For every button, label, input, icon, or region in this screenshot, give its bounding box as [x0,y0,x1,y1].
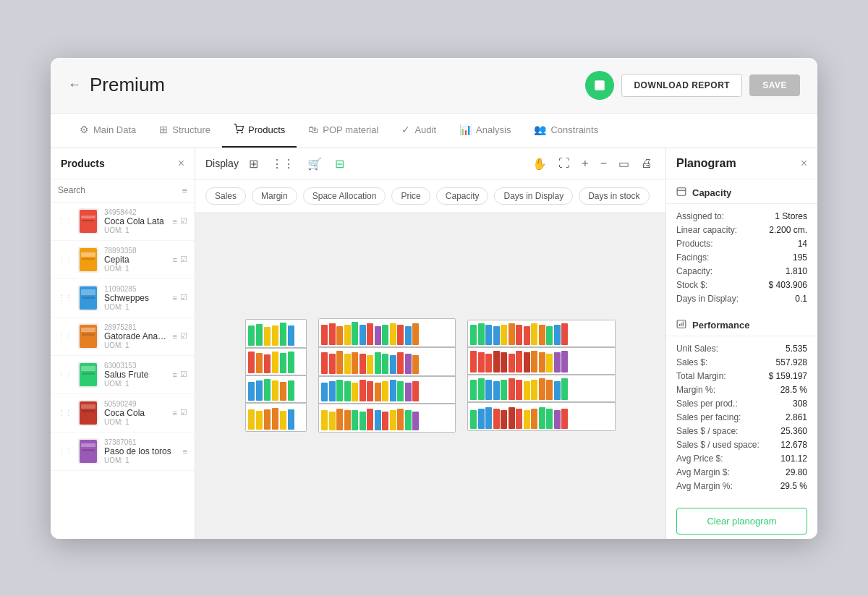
product-thumb [78,362,98,388]
display-tools-left: Display ⊞ ⋮⋮ 🛒 ⊟ [205,156,347,172]
product-actions: ≡ ☑ [173,216,187,226]
product-thumb [78,285,98,311]
svg-rect-22 [81,443,95,447]
svg-rect-19 [81,404,95,409]
product-item[interactable]: ⋮⋮ 63003153 Salus Frute UOM: 1 ≡ ☑ [51,356,195,394]
product-item[interactable]: ⋮⋮ 34958442 Coca Cola Lata UOM: 1 ≡ ☑ [51,203,195,241]
product-info: 50590249 Coca Cola UOM: 1 [104,400,167,426]
svg-rect-16 [81,366,95,371]
grid-icon: ⊞ [159,124,168,135]
product-thumb [78,438,98,464]
chip-days-in-display[interactable]: Days in Display [494,187,573,205]
tab-audit[interactable]: ✓ Audit [390,114,448,147]
search-input[interactable] [58,185,177,195]
chip-sales[interactable]: Sales [205,187,246,205]
chart-icon: 📊 [459,124,472,135]
layout-button[interactable]: ▭ [616,156,632,172]
sort-icon[interactable]: ≡ [173,409,177,417]
chip-days-in-stock[interactable]: Days in stock [579,187,649,205]
product-actions: ≡ ☑ [173,331,187,341]
sort-icon[interactable]: ≡ [183,447,187,456]
print-button[interactable]: 🖨 [638,156,655,171]
product-info: 78893358 Cepita UOM: 1 [104,247,167,273]
stat-row: Linear capacity: 2.200 cm. [676,224,807,237]
sort-icon[interactable]: ≡ [173,255,177,264]
stat-row: Products: 14 [676,237,807,251]
product-actions: ≡ [183,447,187,456]
drag-handle: ⋮⋮ [58,255,72,263]
zoom-in-button[interactable]: + [579,156,591,171]
display-header: Display ⊞ ⋮⋮ 🛒 ⊟ ✋ ⛶ + − ▭ 🖨 [195,148,665,180]
display-toggle-button[interactable]: ⊟ [332,156,347,172]
filter-chips-bar: Sales Margin Space Allocation Price Capa… [195,180,665,213]
chip-capacity[interactable]: Capacity [436,187,489,205]
stat-row: Facings: 195 [676,251,807,265]
svg-rect-17 [82,372,95,375]
product-item[interactable]: ⋮⋮ 28975281 Gatorade Ananá UOM: 1 ≡ ☑ [51,318,195,356]
stat-row: Sales per facing: 2.861 [676,411,807,425]
svg-rect-5 [82,220,94,221]
app-title: Premium [90,74,165,96]
tab-constraints[interactable]: 👥 Constraints [522,114,610,147]
sort-icon[interactable]: ≡ [173,217,177,226]
panel-title: Products [61,158,105,169]
hand-tool-button[interactable]: ✋ [529,156,550,172]
svg-rect-0 [595,80,605,90]
zoom-out-button[interactable]: − [597,156,610,171]
display-title: Display [205,158,239,169]
right-panel: Planogram × Capacity Assigned to: 1 Stor… [665,148,817,539]
product-actions: ≡ ☑ [173,408,187,417]
product-item[interactable]: ⋮⋮ 78893358 Cepita UOM: 1 ≡ ☑ [51,241,195,279]
check-icon[interactable]: ☑ [180,255,187,264]
main-layout: Products × ≡ ⋮⋮ 34958442 Coca Cola Lata … [51,148,817,539]
tab-structure[interactable]: ⊞ Structure [148,114,222,147]
check-icon[interactable]: ☑ [180,370,187,379]
right-panel-close-button[interactable]: × [801,157,807,170]
basket-view-button[interactable]: 🛒 [305,156,325,172]
product-item[interactable]: ⋮⋮ 50590249 Coca Cola UOM: 1 ≡ ☑ [51,394,195,433]
check-icon[interactable]: ☑ [180,293,187,302]
tab-analysis[interactable]: 📊 Analysis [448,114,522,147]
back-button[interactable]: ← [68,77,81,93]
sort-icon[interactable]: ≡ [173,294,177,302]
stat-row: Sales $ / space: 25.360 [676,425,807,438]
chip-margin[interactable]: Margin [252,187,297,205]
green-action-button[interactable] [585,71,614,100]
drag-handle: ⋮⋮ [58,409,72,417]
product-item[interactable]: ⋮⋮ 37387061 Paso de los toros UOM: 1 ≡ [51,433,195,471]
product-actions: ≡ ☑ [173,255,187,264]
node-view-button[interactable]: ⋮⋮ [268,156,297,172]
check-icon[interactable]: ☑ [180,408,187,417]
nav-tabs: ⚙ Main Data ⊞ Structure Products 🛍 POP m… [51,114,817,148]
svg-point-1 [237,132,238,132]
display-tools-right: ✋ ⛶ + − ▭ 🖨 [529,156,655,172]
planogram-title: Planogram [676,157,736,170]
chip-price[interactable]: Price [391,187,430,205]
tab-main-data[interactable]: ⚙ Main Data [68,114,148,147]
sort-icon[interactable]: ≡ [173,332,177,341]
clear-planogram-button[interactable]: Clear planogram [676,508,807,535]
product-thumb [78,323,98,349]
stat-row: Days in Display: 0.1 [676,292,807,306]
product-info: 28975281 Gatorade Ananá UOM: 1 [104,323,167,349]
sort-icon[interactable]: ≡ [173,370,177,379]
performance-stats: Unit Sales: 5.535 Sales $: 557.928 Total… [666,336,817,499]
product-thumb [78,247,98,273]
filter-icon[interactable]: ≡ [182,185,187,196]
svg-rect-20 [82,410,95,412]
capacity-stats: Assigned to: 1 Stores Linear capacity: 2… [666,204,817,312]
panel-close-button[interactable]: × [178,157,184,170]
chip-space-allocation[interactable]: Space Allocation [303,187,386,205]
check-icon[interactable]: ☑ [180,216,187,226]
grid-view-button[interactable]: ⊞ [246,156,261,172]
check-icon[interactable]: ☑ [180,331,187,341]
save-button[interactable]: SAVE [749,74,800,96]
product-item[interactable]: ⋮⋮ 11090285 Schweppes UOM: 1 ≡ ☑ [51,279,195,318]
tab-pop-material[interactable]: 🛍 POP material [297,114,390,147]
download-report-button[interactable]: DOWNLOAD REPORT [621,74,742,97]
tab-products[interactable]: Products [222,114,297,148]
svg-rect-8 [82,258,95,260]
product-actions: ≡ ☑ [173,370,187,379]
fullscreen-button[interactable]: ⛶ [556,156,573,171]
svg-rect-23 [82,449,95,451]
